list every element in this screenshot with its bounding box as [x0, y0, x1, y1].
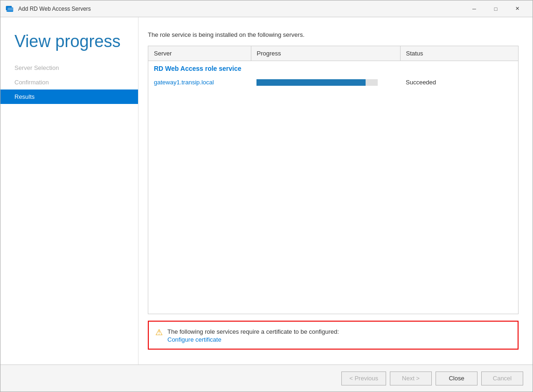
sidebar-item-results[interactable]: Results: [0, 89, 138, 104]
sidebar-title: View progress: [0, 17, 138, 61]
warning-content: The following role services require a ce…: [167, 327, 339, 344]
role-group-label: RD Web Access role service: [148, 61, 518, 76]
close-icon: ✕: [515, 6, 519, 12]
warning-icon: ⚠: [155, 327, 163, 337]
close-footer-button[interactable]: Close: [436, 371, 478, 385]
main-description: The role service is being installed on t…: [148, 31, 519, 38]
svg-rect-2: [7, 11, 13, 12]
configure-certificate-link[interactable]: Configure certificate: [167, 336, 339, 343]
col-header-server: Server: [148, 46, 251, 61]
close-button[interactable]: ✕: [506, 0, 528, 17]
progress-cell: [251, 76, 400, 89]
server-name-cell: gateway1.transip.local: [148, 76, 251, 89]
main-window: Add RD Web Access Servers ─ □ ✕ View pro…: [0, 0, 533, 392]
sidebar-nav: Server Selection Confirmation Results: [0, 61, 138, 104]
sidebar-item-confirmation: Confirmation: [0, 75, 138, 89]
maximize-icon: □: [494, 6, 498, 12]
role-group-row: RD Web Access role service: [148, 61, 518, 76]
table-header-row: Server Progress Status: [148, 46, 518, 61]
app-icon: [5, 4, 14, 14]
window-controls: ─ □ ✕: [464, 0, 528, 17]
next-button[interactable]: Next >: [390, 371, 432, 385]
maximize-button[interactable]: □: [485, 0, 506, 17]
warning-box: ⚠ The following role services require a …: [148, 321, 519, 350]
previous-button[interactable]: < Previous: [341, 371, 386, 385]
table-row: gateway1.transip.local Succeeded: [148, 76, 518, 89]
progress-bar-fill: [256, 79, 366, 86]
progress-bar-container: [256, 79, 378, 86]
col-header-progress: Progress: [251, 46, 400, 61]
col-header-status: Status: [400, 46, 518, 61]
server-name: gateway1.transip.local: [154, 79, 214, 86]
minimize-icon: ─: [472, 6, 476, 12]
main-panel: The role service is being installed on t…: [138, 17, 533, 364]
results-table: Server Progress Status RD Web Access rol…: [148, 46, 518, 89]
content-area: View progress Server Selection Confirmat…: [0, 17, 533, 364]
minimize-button[interactable]: ─: [464, 0, 485, 17]
cancel-button[interactable]: Cancel: [481, 371, 523, 385]
footer: < Previous Next > Close Cancel: [0, 364, 533, 392]
title-bar: Add RD Web Access Servers ─ □ ✕: [0, 0, 533, 17]
window-title: Add RD Web Access Servers: [18, 6, 464, 12]
sidebar: View progress Server Selection Confirmat…: [0, 17, 138, 364]
status-cell: Succeeded: [400, 76, 518, 89]
sidebar-item-server-selection: Server Selection: [0, 61, 138, 75]
results-table-wrapper: Server Progress Status RD Web Access rol…: [148, 46, 519, 314]
status-text: Succeeded: [406, 79, 436, 86]
warning-message: The following role services require a ce…: [167, 328, 339, 335]
